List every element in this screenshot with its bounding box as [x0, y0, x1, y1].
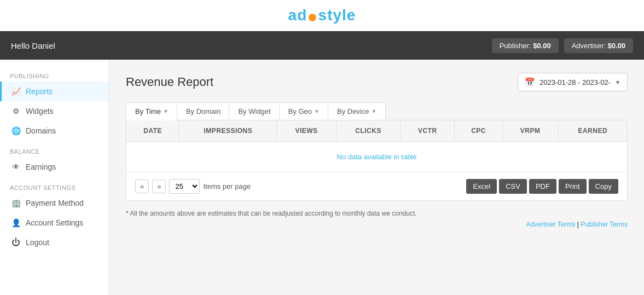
pagination-prev[interactable]: « [135, 180, 149, 193]
logo-text-before: ad [288, 7, 308, 24]
tab-by-geo-arrow-icon: ▼ [314, 108, 320, 114]
tab-by-geo[interactable]: By Geo ▼ [279, 102, 329, 120]
advertiser-amount: $0.00 [607, 42, 625, 50]
domains-icon: 🌐 [11, 126, 20, 135]
tab-by-time-label: By Time [135, 107, 161, 115]
export-copy-button[interactable]: Copy [589, 179, 618, 194]
col-earned: EARNED [558, 120, 627, 142]
date-picker-button[interactable]: 📅 2023-01-28 - 2023-02- ▼ [518, 73, 628, 91]
export-buttons: Excel CSV PDF Print Copy [466, 179, 618, 194]
table-header: DATE IMPRESSIONS VIEWS CLICKS VCTR CPC V… [126, 120, 627, 142]
per-page-select[interactable]: 25 50 100 [169, 179, 200, 194]
tab-by-device-arrow-icon: ▼ [372, 108, 377, 114]
header-greeting: Hello Daniel [11, 41, 55, 50]
col-views: VIEWS [277, 120, 336, 142]
sidebar-item-earnings-label: Earnings [26, 163, 56, 171]
no-data-message: No data available in table [126, 142, 627, 172]
report-table: DATE IMPRESSIONS VIEWS CLICKS VCTR CPC V… [126, 120, 627, 172]
logo-dot: ● [307, 7, 318, 26]
advertiser-badge: Advertiser: $0.00 [564, 38, 633, 53]
date-range-value: 2023-01-28 - 2023-02- [539, 78, 611, 86]
table-body: No data available in table [126, 142, 627, 172]
tab-by-widget[interactable]: By Widget [229, 102, 280, 120]
publisher-badge: Publisher: $0.00 [492, 38, 559, 53]
sidebar-item-payment-label: Payment Method [26, 199, 84, 207]
no-data-row: No data available in table [126, 142, 627, 172]
col-cpc: CPC [455, 120, 502, 142]
export-pdf-button[interactable]: PDF [529, 179, 556, 194]
sidebar-item-payment[interactable]: 🏢 Payment Method [0, 193, 109, 213]
tab-by-widget-label: By Widget [238, 107, 270, 115]
advertiser-terms-link[interactable]: Advertiser Terms [526, 221, 576, 228]
footer-links: Advertiser Terms | Publisher Terms [126, 221, 628, 228]
sidebar-section-account: Account Settings [0, 177, 109, 193]
tab-by-device[interactable]: By Device ▼ [328, 102, 386, 120]
export-csv-button[interactable]: CSV [499, 179, 527, 194]
pagination-next[interactable]: » [152, 180, 166, 193]
sidebar-item-reports[interactable]: 📈 Reports [0, 82, 109, 101]
tabs-bar: By Time ▼ By Domain By Widget By Geo ▼ B… [126, 102, 386, 120]
pagination: « » 25 50 100 Items per page [135, 179, 251, 194]
table-footer: « » 25 50 100 Items per page Excel CSV P… [126, 172, 627, 200]
tab-by-time[interactable]: By Time ▼ [126, 102, 178, 120]
layout: Publishing 📈 Reports ⚙ Widgets 🌐 Domains… [0, 60, 644, 295]
main-content: Revenue Report 📅 2023-01-28 - 2023-02- ▼… [109, 60, 644, 295]
account-settings-icon: 👤 [11, 218, 20, 227]
col-clicks: CLICKS [336, 120, 401, 142]
reports-icon: 📈 [11, 87, 20, 96]
sidebar-section-publishing: Publishing [0, 65, 109, 82]
header-bar: Hello Daniel Publisher: $0.00 Advertiser… [0, 31, 644, 60]
advertiser-label: Advertiser: [572, 42, 606, 50]
tab-by-domain[interactable]: By Domain [177, 102, 230, 120]
sidebar: Publishing 📈 Reports ⚙ Widgets 🌐 Domains… [0, 60, 109, 295]
logo-text-after: style [318, 7, 356, 24]
payment-icon: 🏢 [11, 199, 20, 207]
footer-note: * All the amounts above are estimates th… [126, 210, 628, 217]
export-print-button[interactable]: Print [559, 179, 587, 194]
page-header: Revenue Report 📅 2023-01-28 - 2023-02- ▼ [126, 73, 628, 91]
sidebar-item-domains[interactable]: 🌐 Domains [0, 121, 109, 141]
sidebar-section-balance: Balance [0, 141, 109, 157]
sidebar-item-account-settings[interactable]: 👤 Account Settings [0, 213, 109, 233]
sidebar-item-reports-label: Reports [26, 87, 53, 96]
page-title: Revenue Report [126, 75, 213, 89]
tab-by-geo-label: By Geo [288, 107, 312, 115]
header-badges: Publisher: $0.00 Advertiser: $0.00 [492, 38, 633, 53]
sidebar-item-account-settings-label: Account Settings [26, 218, 83, 227]
col-vctr: VCTR [401, 120, 455, 142]
sidebar-item-widgets[interactable]: ⚙ Widgets [0, 101, 109, 121]
tab-by-device-label: By Device [337, 107, 369, 115]
logo-bar: ad●style [0, 0, 644, 31]
export-excel-button[interactable]: Excel [466, 179, 497, 194]
sidebar-item-logout-label: Logout [26, 238, 49, 247]
calendar-icon: 📅 [525, 77, 535, 87]
tab-by-domain-label: By Domain [186, 107, 221, 115]
sidebar-item-earnings[interactable]: 👁 Earnings [0, 157, 109, 177]
logout-icon: ⏻ [11, 238, 20, 247]
sidebar-item-logout[interactable]: ⏻ Logout [0, 233, 109, 252]
tab-by-time-arrow-icon: ▼ [163, 108, 169, 114]
per-page-label: Items per page [203, 182, 251, 190]
sidebar-item-widgets-label: Widgets [26, 107, 54, 115]
earnings-icon: 👁 [11, 163, 20, 171]
col-impressions: IMPRESSIONS [179, 120, 277, 142]
publisher-terms-link[interactable]: Publisher Terms [581, 221, 628, 228]
col-vrpm: VRPM [502, 120, 558, 142]
publisher-amount: $0.00 [533, 42, 551, 50]
logo: ad●style [288, 7, 356, 24]
sidebar-item-domains-label: Domains [26, 126, 56, 135]
date-picker-arrow-icon: ▼ [615, 79, 620, 85]
publisher-label: Publisher: [500, 42, 531, 50]
col-date: DATE [126, 120, 179, 142]
table-container: DATE IMPRESSIONS VIEWS CLICKS VCTR CPC V… [126, 120, 628, 201]
widgets-icon: ⚙ [11, 107, 20, 115]
